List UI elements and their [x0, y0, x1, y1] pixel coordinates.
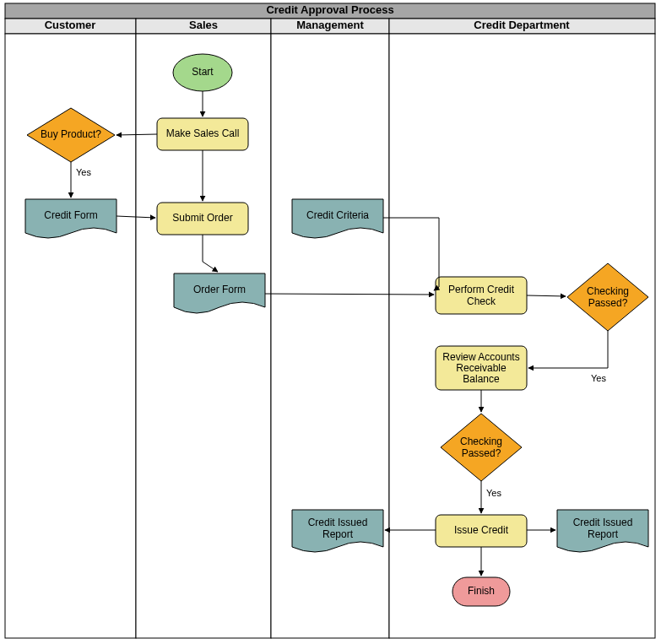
checking-passed-1-label2: Passed?	[588, 297, 628, 309]
lane-label-sales: Sales	[189, 19, 218, 31]
flowchart-canvas: Credit Approval Process Customer Sales M…	[0, 0, 661, 644]
checking-passed-2-label2: Passed?	[462, 447, 501, 459]
lane-label-customer: Customer	[45, 19, 96, 31]
lane-label-management: Management	[296, 19, 364, 31]
submit-order-label: Submit Order	[172, 212, 232, 224]
edge-label-yes3: Yes	[486, 488, 501, 498]
lane-label-credit-dept: Credit Department	[474, 19, 570, 31]
make-sales-call-label: Make Sales Call	[166, 127, 240, 139]
issue-credit-label: Issue Credit	[454, 524, 509, 536]
finish-label: Finish	[468, 585, 495, 597]
credit-issued-report-mgmt-label2: Report	[322, 528, 354, 540]
start-label: Start	[192, 66, 214, 78]
order-form-label: Order Form	[193, 284, 246, 295]
review-ar-label1: Review Accounts	[442, 351, 519, 363]
credit-issued-report-mgmt-label1: Credit Issued	[308, 517, 368, 528]
lane-body-credit-dept	[389, 34, 655, 638]
checking-passed-1-label1: Checking	[587, 285, 629, 297]
credit-form-label: Credit Form	[44, 209, 97, 221]
review-ar-label2: Receivable	[456, 362, 507, 374]
perform-credit-check-label1: Perform Credit	[448, 284, 515, 295]
perform-credit-check-label2: Check	[467, 295, 496, 307]
credit-issued-report-cd-label1: Credit Issued	[573, 517, 633, 528]
checking-passed-2-label1: Checking	[460, 436, 502, 447]
credit-issued-report-cd-label2: Report	[588, 528, 619, 540]
edge-label-yes1: Yes	[76, 167, 91, 177]
buy-product-label: Buy Product?	[41, 128, 101, 140]
edge-label-yes2: Yes	[591, 373, 606, 383]
review-ar-label3: Balance	[463, 373, 500, 385]
credit-criteria-label: Credit Criteria	[306, 209, 369, 221]
diagram-title: Credit Approval Process	[266, 3, 393, 16]
